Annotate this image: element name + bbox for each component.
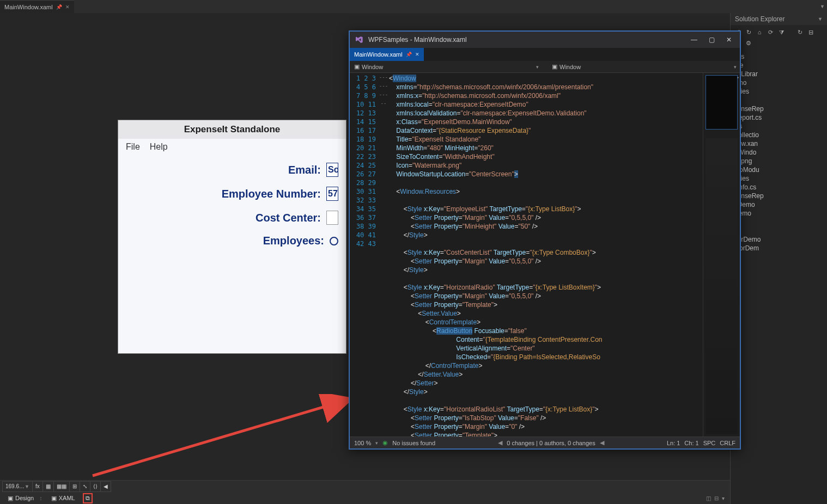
grid-icon[interactable]: ▦ [42,481,54,492]
tree-item[interactable]: nerDemo [732,235,826,244]
crumb-left[interactable]: ▣ Window [350,62,387,71]
properties-icon[interactable]: ⚙ [744,38,753,48]
fwd-icon[interactable]: ↻ [744,27,753,37]
tree-item[interactable]: ree [732,61,826,70]
document-tabstrip: MainWindow.xaml 📌 ✕ ▼ [0,0,827,13]
minimize-icon[interactable]: — [688,36,701,44]
close-icon[interactable]: ✕ [65,4,70,10]
form-input[interactable]: So [326,163,338,177]
editor-statusbar: 100 % ▾ ◉ No issues found ◀ 0 changes | … [350,437,740,448]
tree-item[interactable]: no [732,261,826,270]
code-icon[interactable]: ⟨⟩ [90,481,101,492]
crumb-right[interactable]: ▣ Window [548,62,585,71]
tree-item[interactable]: Collectio [732,131,826,139]
minimap[interactable]: ✥ [703,73,740,437]
visual-studio-icon [354,35,364,45]
tree-item[interactable]: 5Demo [732,200,826,209]
tree-item[interactable]: Demo [732,209,826,218]
fx-button[interactable]: fx [32,481,43,492]
status-issues[interactable]: No issues found [392,440,435,446]
solution-explorer-title: Solution Explorer [735,15,785,23]
tree-item[interactable]: rk.png [732,157,826,165]
tree-item[interactable]: penseRep [732,192,826,200]
sync-icon[interactable]: ⟳ [765,27,775,37]
editor-breadcrumb: ▣ Window ▾ ▣ Window ▾ [350,61,740,73]
tree-item[interactable]: rtWindo [732,148,826,157]
tree-item[interactable]: ncies [732,87,826,96]
radio-icon[interactable] [330,237,338,245]
menu-item-help[interactable]: Help [150,142,168,152]
svg-line-0 [93,399,349,476]
solution-tree[interactable]: odsreerolLibraremonciesigpenseRepReport.… [731,50,827,504]
tree-item[interactable]: .cs [732,122,826,131]
form-label: Employees: [263,235,324,247]
floating-editor-window[interactable]: WPFSamples - MainWindow.xaml — ▢ ✕ MainW… [349,30,741,450]
zoom-dropdown[interactable]: 169.6… ▼ [2,481,33,492]
design-window[interactable]: ExpenseIt Standalone File Help Email:SoE… [118,120,346,354]
status-changes[interactable]: 0 changes | 0 authors, 0 changes [507,440,595,446]
collapse-icon[interactable]: ▾ [722,495,725,501]
maximize-icon[interactable]: ▢ [705,36,718,44]
status-spc[interactable]: SPC [703,440,716,446]
tree-item[interactable]: no [732,253,826,261]
chevron-down-icon[interactable]: ▼ [820,4,825,9]
tree-item[interactable]: atorDem [732,244,826,253]
status-zoom[interactable]: 100 % [354,440,371,446]
grid2-icon[interactable]: ▦▦ [53,481,70,492]
tree-item[interactable]: Report.cs [732,113,826,122]
editor-tab[interactable]: MainWindow.xaml 📌 ✕ [350,48,424,61]
status-line: Ln: 1 [667,440,680,446]
tree-item[interactable]: ncies [732,174,826,183]
scroll-left-icon[interactable]: ◀ [100,481,111,492]
form-label: Employee Number: [222,188,321,200]
snap2-icon[interactable]: ⤡ [80,481,90,492]
close-icon[interactable]: ✕ [722,36,735,44]
tree-item[interactable]: rolLibrar [732,70,826,78]
document-tab[interactable]: MainWindow.xaml 📌 ✕ [0,0,74,13]
status-crlf[interactable]: CRLF [720,440,735,446]
tree-item[interactable]: ig [732,96,826,105]
form-row: Employee Number:57 [126,187,338,201]
solution-explorer: Solution Explorer ▼ ↺ ↻ ⌂ ⟳ ⧩ ↻ ⊟ ▤ ⚙ od… [730,13,827,504]
menu-item-file[interactable]: File [126,142,140,152]
snap-icon[interactable]: ⊞ [69,481,80,492]
pin-icon[interactable]: 📌 [56,4,62,10]
dropdown-icon[interactable]: ▼ [818,16,823,22]
design-window-title: ExpenseIt Standalone [118,120,346,139]
tree-item[interactable]: dow.xan [732,139,826,148]
refresh-icon[interactable]: ↻ [795,27,805,37]
line-gutter[interactable]: 1 2 3 4 5 6 7 8 9 10 11 12 13 14 15 16 1… [350,73,379,437]
form-row: Cost Center: [126,211,338,225]
tree-item[interactable]: moModu [732,165,826,174]
home-icon[interactable]: ⌂ [755,27,764,37]
fold-gutter[interactable]: - - - - - - - - - - - [379,73,388,437]
form-row: Email:So [126,163,338,177]
tree-item[interactable]: ods [732,52,826,61]
tree-item[interactable]: o [732,226,826,235]
floating-window-title: WPFSamples - MainWindow.xaml [368,36,467,44]
tree-item[interactable]: penseRep [732,105,826,113]
filter-icon[interactable]: ⧩ [776,27,786,37]
form-input[interactable] [326,211,338,225]
editor-tab-label: MainWindow.xaml [354,51,403,58]
form-label: Cost Center: [256,212,321,224]
form-input[interactable]: 57 [326,187,338,201]
tree-item[interactable]: r [732,270,826,279]
status-col: Ch: 1 [684,440,698,446]
split-vertical-icon[interactable]: ◫ [706,495,711,501]
tree-item[interactable]: no [732,218,826,226]
popout-button[interactable]: ⧉ [83,493,93,503]
tree-item[interactable]: emo [732,78,826,87]
design-tab[interactable]: ▣ Design [3,494,38,503]
split-horizontal-icon[interactable]: ⊟ [714,495,719,501]
floating-window-titlebar[interactable]: WPFSamples - MainWindow.xaml — ▢ ✕ [350,32,740,48]
tree-item[interactable]: yInfo.cs [732,183,826,192]
pin-icon[interactable]: 📌 [406,52,412,57]
code-editor[interactable]: <Window xmlns="http://schemas.microsoft.… [388,73,703,437]
close-icon[interactable]: ✕ [415,52,419,57]
check-icon: ◉ [382,439,388,446]
xaml-tab[interactable]: ▣ XAML [47,494,80,503]
annotation-arrow [87,394,370,492]
collapse-all-icon[interactable]: ⊟ [806,27,816,37]
designer-tabs-bar: ▣ Design ↕ ▣ XAML ⧉ ◫ ⊟ ▾ [0,492,730,504]
